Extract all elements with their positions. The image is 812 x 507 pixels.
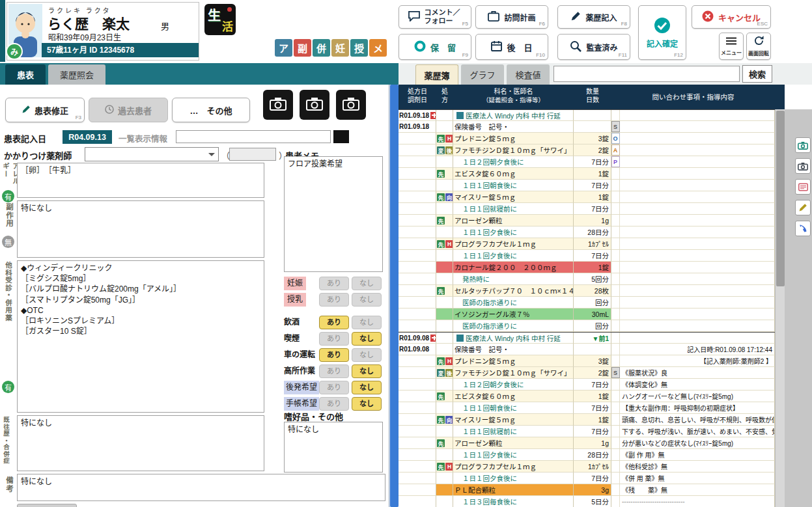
toggle-no-button[interactable]: なし (352, 348, 382, 362)
edit-sheet-button[interactable]: 患表修正 F3 (5, 98, 85, 122)
rx-row[interactable]: カロナール錠２００ ２００ｍｇ1錠 (399, 262, 775, 273)
rx-row[interactable]: １日１回就寝前に7日分下する、呼吸が浅い、脈が速い、めまい、不安感、気 (399, 426, 775, 437)
rx-row[interactable]: 先セルタッチパップ７０ １０ｃｍ×１４ｃｍ28枚 (399, 285, 775, 297)
search-input[interactable] (553, 66, 740, 82)
list-info-extra-button[interactable] (333, 130, 349, 143)
patient-tag-副[interactable]: 副 (294, 39, 311, 57)
audited-button[interactable]: 監査済み F11 (557, 34, 630, 60)
list-info-input[interactable] (176, 130, 331, 143)
visit-plan-button[interactable]: 訪問計画 F6 (475, 5, 548, 29)
rx-row[interactable]: 先エビスタ錠６０ｍｇ1錠 (399, 168, 775, 180)
rx-row[interactable]: １日１回朝食後に7日分 (399, 180, 775, 191)
tab-yakurekibo[interactable]: 薬歴簿 (415, 64, 458, 85)
toggle-yes-button[interactable]: あり (319, 364, 349, 378)
toggle-no-button[interactable]: なし (352, 381, 382, 394)
rx-row[interactable]: 先アローゼン顆粒1g分が悪いなどの症状なし(ﾏｲｽﾘｰ錠5mg) (399, 437, 775, 449)
taste-textarea[interactable]: 特になし (284, 422, 383, 473)
rx-row[interactable]: 先エビスタ錠６０ｍｇ1錠ハングオーバーなど無し(ﾏｲｽﾘｰ錠5mg) (399, 391, 775, 402)
rx-row[interactable]: １日１回夕食後に7日分《併 用 薬》無 (399, 473, 775, 484)
menu-button[interactable]: メニュー (719, 33, 744, 60)
rx-row[interactable]: １日１回夕食後に7日分 (399, 250, 775, 262)
toggle-no-button[interactable]: なし (352, 293, 382, 307)
camera-button-2[interactable] (300, 90, 329, 120)
rx-row[interactable]: 医師の指示通りに回分 (399, 320, 775, 332)
rx-row[interactable]: １日２回朝夕食後に7日分《体調変化》無 (399, 379, 775, 391)
rx-row[interactable]: 先アローゼン顆粒1g (399, 215, 775, 226)
patient-tag-併[interactable]: 併 (313, 39, 330, 57)
comment-follow-button[interactable]: コメント／フォロー F5 (399, 5, 471, 29)
rx-row[interactable]: R01.09.08保険番号 記号・記入日時:R01.09.08 17:12:44 (399, 344, 775, 355)
photo-camera-icon[interactable] (795, 137, 811, 153)
rx-row[interactable]: R01.09.08医療法人 Windy 内科 中村 行延▼前1 (399, 332, 775, 344)
history-textarea[interactable]: 特になし (17, 415, 264, 471)
search-button[interactable]: 検索 (742, 65, 772, 83)
pharmacist-select[interactable] (85, 147, 219, 161)
tab-kensachi[interactable]: 検査値 (507, 64, 550, 85)
tab-yakureki-shokai[interactable]: 薬歴照会 (48, 64, 105, 85)
pharmacist-sub-input[interactable] (229, 148, 276, 161)
tab-kanpyo[interactable]: 患表 (5, 64, 46, 85)
rx-row[interactable]: １日１回就寝前に7日分 (399, 203, 775, 215)
rx-row[interactable]: 変後ファモチジンＤ錠１０ｍｇ「サワイ」2錠A (399, 144, 775, 156)
toggle-no-button[interactable]: なし (352, 277, 382, 290)
rx-row[interactable]: １日３回毎食後に5日分----------------------------- (399, 496, 775, 507)
camera-button-1[interactable] (263, 90, 293, 120)
confirm-entry-button[interactable]: 記入確定 F12 (638, 5, 686, 60)
cancel-button[interactable]: キャンセル ESC (692, 5, 771, 29)
rx-row[interactable]: 先Hプログラフカプセル１ｍｇ1ｶﾌﾟｾﾙ《他科受診》無 (399, 461, 775, 473)
rx-row[interactable]: 先向マイスリー錠５ｍｇ1錠 (399, 191, 775, 203)
note-pencil-icon[interactable] (795, 200, 811, 215)
other-button[interactable]: … その他 (172, 98, 250, 122)
allergy-textarea[interactable]: ［卵］ ［牛乳］ (17, 163, 264, 198)
past-patient-button[interactable]: 過去患者 (89, 98, 168, 122)
toggle-no-button[interactable]: なし (352, 316, 382, 329)
rx-row[interactable]: １日１回夕食後に28日分《副 作 用》無 (399, 449, 775, 461)
rx-row[interactable]: 先Hプログラフカプセル１ｍｇ1ｶﾌﾟｾﾙ (399, 238, 775, 250)
toggle-yes-button[interactable]: あり (319, 293, 349, 307)
remarks-textarea[interactable]: 特になし (17, 474, 385, 501)
rx-row[interactable]: R01.09.18保険番号 記号・S (399, 121, 775, 133)
patient-memo-textarea[interactable]: フロア投薬希望 (284, 156, 383, 272)
hold-button[interactable]: 保 留 F9 (399, 34, 471, 60)
camera-button-3[interactable] (336, 90, 366, 120)
cutoff-control[interactable] (17, 504, 77, 507)
other-clinics-textarea[interactable]: ◆ウィンディークリニック ［ミグシス錠5mg］ ［バルプロ酸ナトリウム錠200m… (17, 260, 264, 413)
toggle-yes-button[interactable]: あり (319, 332, 349, 346)
rotate-screen-button[interactable]: 画面回転 (746, 33, 771, 60)
patient-tag-妊[interactable]: 妊 (331, 39, 349, 57)
record-entry-button[interactable]: 薬歴記入 F8 (557, 5, 630, 29)
toggle-yes-button[interactable]: あり (319, 397, 349, 411)
patient-tag-ア[interactable]: ア (275, 39, 292, 57)
patient-tag-メ[interactable]: メ (369, 39, 387, 57)
patient-panel-scrollbar[interactable] (389, 85, 399, 507)
rx-row[interactable]: 医師の指示通りに回分 (399, 297, 775, 308)
contact-phone-icon[interactable] (795, 221, 811, 236)
rx-row[interactable]: ＰＬ配合顆粒3g《残 薬》無 (399, 484, 775, 496)
toggle-yes-button[interactable]: あり (319, 348, 349, 362)
med-card-icon[interactable] (795, 179, 811, 195)
toggle-no-button[interactable]: なし (352, 397, 382, 411)
rx-row[interactable]: １日１回朝食後に7日分【重大な副作用：呼吸抑制の初期症状】 (399, 402, 775, 414)
rx-row[interactable]: R01.09.18医療法人 Windy 内科 中村 行延 (399, 109, 775, 121)
scrollbar-thumb[interactable] (390, 85, 399, 507)
later-button[interactable]: 後 日 F10 (475, 34, 548, 60)
scrollbar-thumb[interactable] (776, 111, 785, 286)
patient-tag-授[interactable]: 授 (350, 39, 368, 57)
rx-row[interactable]: １日２回朝夕食後に7日分P (399, 156, 775, 168)
toggle-yes-button[interactable]: あり (319, 277, 349, 290)
rx-row[interactable]: 先向マイスリー錠５ｍｇ1錠頭痛、息切れ、息苦しい、呼吸が不規則、呼吸数が低 (399, 414, 775, 426)
toggle-no-button[interactable]: なし (352, 364, 382, 378)
rx-row[interactable]: 先Hプレドニン錠５ｍｇ3錠O (399, 133, 775, 144)
toggle-yes-button[interactable]: あり (319, 381, 349, 394)
rx-row[interactable]: 先Hプレドニン錠５ｍｇ3錠【記入薬剤師:薬剤師2 】 (399, 355, 775, 367)
rx-row[interactable]: 変後ファモチジンＤ錠１０ｍｇ「サワイ」2錠S《服薬状況》良 (399, 367, 775, 379)
side-effects-textarea[interactable]: 特になし (17, 200, 264, 258)
toggle-yes-button[interactable]: あり (319, 316, 349, 329)
rx-row[interactable]: 発熱時に5回分 (399, 273, 775, 285)
history-scrollbar[interactable] (775, 109, 785, 507)
tab-graph[interactable]: グラフ (461, 64, 504, 85)
photo-camera2-icon[interactable] (795, 158, 811, 174)
rx-row[interactable]: イソジンガーグル液７％30mL (399, 308, 775, 320)
rx-row[interactable]: １日１回夕食後に28日分 (399, 226, 775, 238)
toggle-no-button[interactable]: なし (352, 332, 382, 346)
